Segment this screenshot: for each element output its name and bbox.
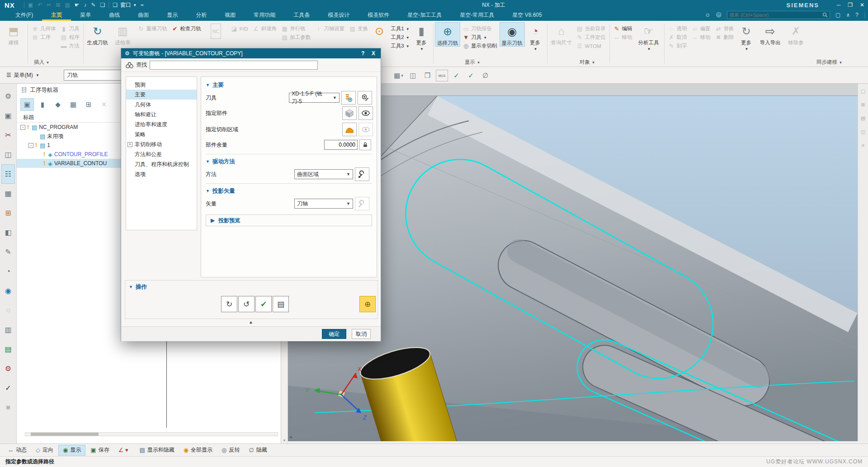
help-icon[interactable]: ? bbox=[855, 12, 859, 18]
shaded-view-icon[interactable]: ▦▾ bbox=[392, 70, 405, 81]
paste-icon[interactable]: ▤ bbox=[65, 2, 70, 8]
grid-icon[interactable]: ⊞ bbox=[861, 102, 865, 108]
ribbon-tab[interactable]: 星空-加工工具 bbox=[398, 10, 451, 21]
query-size-button[interactable]: ⌂ 查询尺寸 bbox=[549, 22, 574, 46]
window-layout-icon[interactable]: ❏ bbox=[113, 2, 118, 8]
collapse-triangle-icon[interactable]: ▼ bbox=[129, 285, 133, 289]
ramp-angle-button[interactable]: ∠斜坡角 bbox=[250, 24, 279, 33]
mcs-display-button[interactable]: MCS bbox=[436, 70, 448, 81]
list-icon[interactable]: ▤ bbox=[861, 115, 865, 121]
dialog-nav-item[interactable]: 刀具、程序和机床控制 bbox=[126, 159, 197, 169]
tree-expander[interactable] bbox=[28, 134, 33, 139]
show-non-cutting-button[interactable]: ◎显示非切削 bbox=[460, 42, 500, 50]
windows-icon[interactable]: ❏ bbox=[100, 2, 105, 8]
transparent-button[interactable]: ◌透明 bbox=[666, 24, 689, 33]
group-label-display[interactable]: 显示 ▾ bbox=[465, 59, 480, 66]
snap-check2-icon[interactable]: ✓ bbox=[465, 70, 477, 81]
projection-vector-combo[interactable]: 刀轴▼ bbox=[294, 199, 353, 209]
dialog-titlebar[interactable]: ⚙ 可变轮廓铣 - [VARIABLE_CONTOUR_COPY] ? X bbox=[121, 48, 381, 58]
nc-assistant-button[interactable]: NC bbox=[203, 22, 229, 39]
tree-expander[interactable]: - bbox=[28, 143, 33, 148]
tree-expander[interactable]: + bbox=[127, 142, 132, 147]
show-toolpath-button[interactable]: ◉ 显示刀轨 bbox=[500, 22, 525, 47]
dialog-nav-item[interactable]: 轴和避让 bbox=[126, 110, 197, 119]
collapse-triangle-icon[interactable]: ▼ bbox=[206, 83, 210, 87]
module-icon[interactable]: ▥ bbox=[1, 320, 15, 339]
more-tools-button[interactable]: ▮ 更多 ▾ bbox=[411, 22, 432, 51]
tree-expander[interactable] bbox=[127, 152, 132, 157]
lock-button[interactable] bbox=[359, 139, 371, 150]
verify-action-button[interactable]: ✔ bbox=[255, 296, 272, 312]
geometry-view-button[interactable]: ◆ bbox=[51, 98, 65, 111]
generate-action-button[interactable]: ↻ bbox=[221, 296, 237, 312]
microphone-icon[interactable]: ♪ bbox=[84, 2, 86, 8]
tree-expander[interactable] bbox=[127, 122, 132, 127]
save-icon[interactable]: ▣ bbox=[28, 2, 33, 8]
ribbon-options-icon[interactable]: ≂ bbox=[141, 3, 144, 7]
dialog-nav-item[interactable]: 选项 bbox=[126, 169, 197, 179]
ribbon-tab[interactable]: 常用功能 bbox=[245, 10, 284, 21]
import-export-button[interactable]: ⇨ 导入导出 bbox=[756, 22, 784, 46]
feedrate-button[interactable]: ▥ 进给率 bbox=[110, 22, 136, 46]
modeling-button[interactable]: ⬒ 建模 bbox=[1, 22, 26, 46]
copy-icon[interactable]: ⊞ bbox=[56, 2, 60, 8]
dialog-nav-item[interactable]: 进给率和速度 bbox=[126, 119, 197, 129]
cancel-button[interactable]: ✗取消 bbox=[666, 33, 689, 42]
engrave-button[interactable]: ✎刻字 bbox=[666, 42, 689, 50]
part-stock-input[interactable] bbox=[324, 140, 358, 150]
tree-expander[interactable] bbox=[127, 132, 132, 137]
menu-button[interactable]: ☰ 菜单(M) ▾ bbox=[0, 71, 45, 79]
method-button[interactable]: ▬方法 bbox=[58, 42, 82, 50]
globe-icon[interactable]: ◉ bbox=[1, 281, 15, 300]
ribbon-tab[interactable]: 分析 bbox=[187, 10, 216, 21]
offset-button[interactable]: ▱偏置 bbox=[689, 24, 713, 33]
window-menu[interactable]: 窗口 bbox=[120, 1, 131, 9]
view-faces-icon[interactable]: ◫ bbox=[407, 70, 419, 81]
dialog-nav-item[interactable]: 主要 bbox=[126, 90, 197, 100]
dialog-nav-item[interactable]: 策略 bbox=[126, 129, 197, 139]
collapse-triangle-icon[interactable]: ▼ bbox=[206, 159, 210, 164]
ribbon-tab[interactable]: 菜单 bbox=[71, 10, 100, 21]
snap-off-icon[interactable]: ∅ bbox=[479, 70, 491, 81]
list-action-button[interactable]: ▤ bbox=[273, 296, 289, 312]
display-part-button[interactable] bbox=[359, 106, 373, 120]
panel-icon[interactable]: ▢ bbox=[861, 88, 865, 94]
fullscreen-icon[interactable]: ▢ bbox=[835, 12, 840, 18]
tree-expander[interactable] bbox=[127, 102, 132, 107]
replace-button[interactable]: ⇄替换 bbox=[713, 24, 736, 33]
check-icon[interactable]: ✓ bbox=[1, 378, 15, 398]
close-button[interactable]: ✕ bbox=[860, 2, 864, 8]
machining-method-view-button[interactable]: ▦ bbox=[66, 98, 80, 111]
smiley-happy-icon[interactable]: ☺ bbox=[705, 12, 710, 18]
ribbon-tab[interactable]: 星空 V8.605 bbox=[503, 10, 551, 21]
dialog-nav-item[interactable]: + 非切削移动 bbox=[126, 139, 197, 149]
search-input[interactable] bbox=[729, 12, 822, 18]
tree-expander[interactable] bbox=[127, 172, 132, 177]
chevron-down-icon[interactable]: ▾ bbox=[134, 3, 136, 7]
current-directory-button[interactable]: ▤当前目录 bbox=[574, 24, 608, 33]
edit-tool-button[interactable] bbox=[358, 91, 372, 105]
select-toolpath-action-button[interactable]: ⊕ bbox=[359, 296, 376, 312]
ribbon-tab[interactable]: 显示 bbox=[158, 10, 187, 21]
tool-button[interactable]: ▮刀具 bbox=[58, 24, 82, 33]
machining-icon[interactable]: ✂ bbox=[1, 125, 15, 145]
delete-button[interactable]: ✖删除 bbox=[713, 33, 736, 42]
node-network-button[interactable]: ⊙ bbox=[370, 22, 388, 39]
pd-button[interactable]: ◪P/D bbox=[229, 24, 250, 33]
program-order-view-button[interactable]: ▣ bbox=[20, 98, 34, 111]
analysis-tools-button[interactable]: ☞ 分析工具 ▾ bbox=[635, 22, 663, 51]
tree-expander[interactable] bbox=[127, 92, 132, 97]
operation-button[interactable]: ⊞工序 bbox=[29, 33, 58, 42]
restore-button[interactable]: ❐ bbox=[848, 2, 853, 8]
tool-axis-button[interactable]: ↑刀轴设置 bbox=[313, 24, 347, 33]
verify-toolpath-button[interactable]: ✔检查刀轨 bbox=[170, 24, 203, 33]
ribbon-tab[interactable]: 主页 bbox=[42, 10, 71, 21]
tree-expander[interactable] bbox=[127, 112, 132, 117]
ribbon-tab[interactable]: 曲线 bbox=[100, 10, 129, 21]
section-projection-header[interactable]: 投影矢量 bbox=[212, 187, 235, 195]
move-button[interactable]: ↔移动 bbox=[611, 33, 635, 42]
select-part-geometry-button[interactable] bbox=[342, 106, 357, 120]
minimize-button[interactable]: ─ bbox=[837, 2, 841, 8]
more-display-button[interactable]: ◔ 更多 ▾ bbox=[525, 22, 546, 51]
group-label-insert[interactable]: 插入 ▾ bbox=[34, 59, 49, 66]
